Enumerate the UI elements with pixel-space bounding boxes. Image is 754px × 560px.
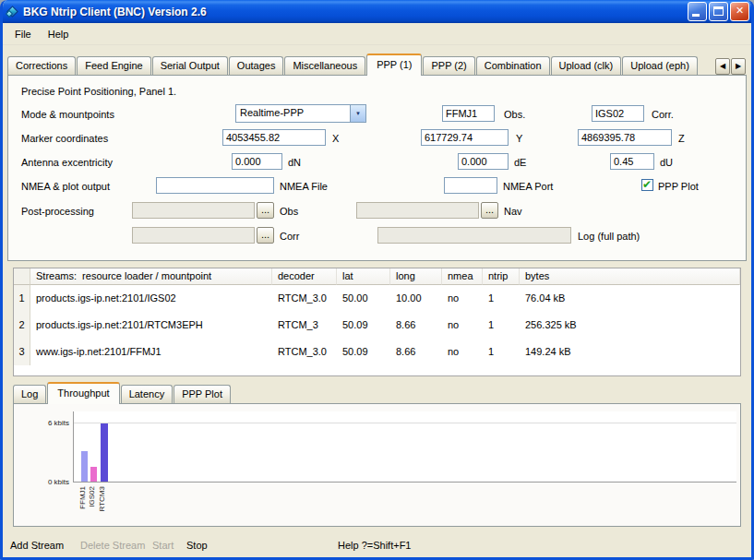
menu-file[interactable]: File [6,26,40,42]
start-button[interactable]: Start [152,540,174,551]
minimize-icon [692,14,700,17]
tab-throughput[interactable]: Throughput [47,382,119,404]
x-coordinate-field[interactable] [222,129,326,146]
title-bar[interactable]: BKG Ntrip Client (BNC) Version 2.6 ✕ [0,0,754,23]
ppp-plot-label: PPP Plot [658,181,699,192]
antenna-excentricity-label: Antenna excentricity [21,157,113,168]
check-icon: ✔ [642,178,652,191]
table-row[interactable]: 2 products.igs-ip.net:2101/RTCM3EPH RTCM… [14,312,740,339]
nav-browse-button[interactable]: ... [481,202,498,219]
chevron-down-icon: ▼ [355,111,361,116]
tab-latency[interactable]: Latency [121,385,174,403]
corr-path-label: Corr [280,231,299,242]
column-header-bytes[interactable]: bytes [520,268,740,285]
du-field[interactable] [610,153,654,170]
cell-ntrip: 1 [483,339,520,365]
cell-bytes: 76.04 kB [520,285,740,312]
minimize-button[interactable] [688,2,707,21]
x-tick-label-rtcm3: RTCM3 [98,486,107,511]
tab-serial-output[interactable]: Serial Output [152,56,228,75]
column-header-nmea[interactable]: nmea [442,268,483,285]
app-icon[interactable] [6,6,19,18]
help-shortcut-label: Help ?=Shift+F1 [338,540,412,551]
combo-dropdown-button[interactable]: ▼ [350,105,365,122]
corr-path-field [132,227,255,244]
nmea-port-field[interactable] [444,177,497,194]
tab-scroll-right-button[interactable]: ▶ [731,58,746,75]
menu-bar: File Help [3,23,751,45]
tab-log[interactable]: Log [13,385,46,403]
cell-long: 8.66 [390,312,442,339]
tab-outages[interactable]: Outages [229,56,284,75]
delete-stream-button[interactable]: Delete Stream [80,540,145,551]
gridline-6kbits [74,423,736,423]
close-button[interactable]: ✕ [730,2,749,21]
x-label: X [332,133,339,144]
y-coordinate-field[interactable] [421,129,509,146]
tab-ppp-plot[interactable]: PPP Plot [174,385,231,403]
window-title: BKG Ntrip Client (BNC) Version 2.6 [23,6,688,18]
obs-browse-button[interactable]: ... [257,202,274,219]
window-controls: ✕ [688,2,749,21]
de-label: dE [514,157,526,168]
de-field[interactable] [458,153,509,170]
nav-path-label: Nav [504,206,522,217]
cell-ntrip: 1 [483,285,520,312]
nmea-file-field[interactable] [156,177,274,194]
client-area: File Help Corrections Feed Engine Serial… [3,23,751,557]
column-header-long[interactable]: long [390,268,442,285]
maximize-button[interactable] [709,2,728,21]
cell-nmea: no [442,285,483,312]
add-stream-button[interactable]: Add Stream [10,540,64,551]
tab-miscellaneous[interactable]: Miscellaneous [284,56,365,75]
cell-decoder: RTCM_3.0 [272,339,337,365]
tab-corrections[interactable]: Corrections [7,56,76,75]
cell-bytes: 256.325 kB [520,312,740,339]
cell-lat: 50.00 [337,285,390,312]
tab-upload-eph[interactable]: Upload (eph) [622,56,698,75]
row-number: 1 [14,285,30,312]
streams-table-header: Streams: resource loader / mountpoint de… [14,268,740,285]
column-header-decoder[interactable]: decoder [272,268,337,285]
y-label: Y [516,133,522,144]
cell-lat: 50.09 [337,339,390,365]
z-label: Z [678,133,685,144]
cell-long: 8.66 [390,339,442,365]
tab-upload-clk[interactable]: Upload (clk) [551,56,622,75]
marker-coordinates-label: Marker coordinates [21,133,108,144]
column-header-ntrip[interactable]: ntrip [483,268,520,285]
obs-path-label: Obs [280,206,298,217]
corr-browse-button[interactable]: ... [257,227,274,244]
mode-combobox[interactable]: Realtime-PPP ▼ [235,104,366,123]
tab-ppp-2[interactable]: PPP (2) [423,56,474,75]
mode-label: Mode & mountpoints [21,109,114,120]
cell-long: 10.00 [390,285,442,312]
menu-help[interactable]: Help [40,26,78,42]
column-header-mountpoint[interactable]: Streams: resource loader / mountpoint [30,268,272,285]
table-row[interactable]: 1 products.igs-ip.net:2101/IGS02 RTCM_3.… [14,285,740,312]
table-row[interactable]: 3 www.igs-ip.net:2101/FFMJ1 RTCM_3.0 50.… [14,339,740,365]
ppp-plot-checkbox[interactable]: ✔ [641,179,653,191]
column-header-lat[interactable]: lat [337,268,390,285]
ppp-panel: Precise Point Positioning, Panel 1. Mode… [7,75,747,261]
cell-mountpoint: www.igs-ip.net:2101/FFMJ1 [30,339,272,365]
row-number-header [14,268,30,285]
tab-combination[interactable]: Combination [476,56,550,75]
bottom-tab-bar: Log Throughput Latency PPP Plot [13,382,232,404]
obs-mountpoint-field[interactable] [442,105,495,122]
tab-scroll-left-button[interactable]: ◀ [715,58,730,75]
tab-ppp-1[interactable]: PPP (1) [366,54,422,76]
z-coordinate-field[interactable] [578,129,672,146]
tab-feed-engine[interactable]: Feed Engine [77,56,150,75]
tab-scroll-buttons: ◀ ▶ [715,58,746,75]
status-bar: Add Stream Delete Stream Start Stop Help… [3,536,751,558]
nmea-port-label: NMEA Port [503,181,553,192]
dn-label: dN [288,157,301,168]
nmea-output-label: NMEA & plot output [21,181,110,192]
corr-mountpoint-field[interactable] [592,105,644,122]
stop-button[interactable]: Stop [186,540,208,551]
chart-bar-igs02 [90,467,97,482]
row-number: 2 [14,312,30,339]
dn-field[interactable] [232,153,282,170]
cell-nmea: no [442,312,483,339]
